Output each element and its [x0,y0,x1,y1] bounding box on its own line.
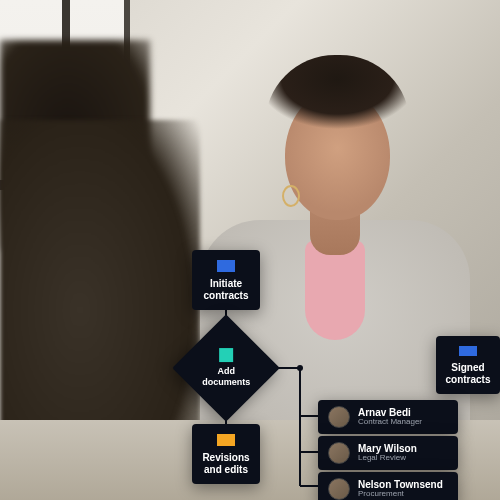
node-initiate-contracts[interactable]: Initiate contracts [192,250,260,310]
workflow-overlay: Initiate contracts Add documents Revisio… [0,0,500,500]
square-icon [217,434,235,446]
square-icon [219,348,233,362]
node-label: Signed contracts [445,362,490,386]
node-revisions-edits[interactable]: Revisions and edits [192,424,260,484]
node-label: Initiate contracts [203,278,248,302]
square-icon [217,260,235,272]
square-icon [459,346,477,356]
node-signed-contracts[interactable]: Signed contracts [436,336,500,394]
node-label: Revisions and edits [202,452,249,476]
person-role: Procurement [358,490,443,499]
person-role: Legal Review [358,454,417,463]
avatar [328,478,350,500]
avatar [328,442,350,464]
node-label: Add documents [202,366,250,388]
person-card-arnav[interactable]: Arnav Bedi Contract Manager [318,400,458,434]
person-card-nelson[interactable]: Nelson Townsend Procurement [318,472,458,500]
avatar [328,406,350,428]
person-card-mary[interactable]: Mary Wilson Legal Review [318,436,458,470]
person-role: Contract Manager [358,418,422,427]
connector-dot [297,365,303,371]
